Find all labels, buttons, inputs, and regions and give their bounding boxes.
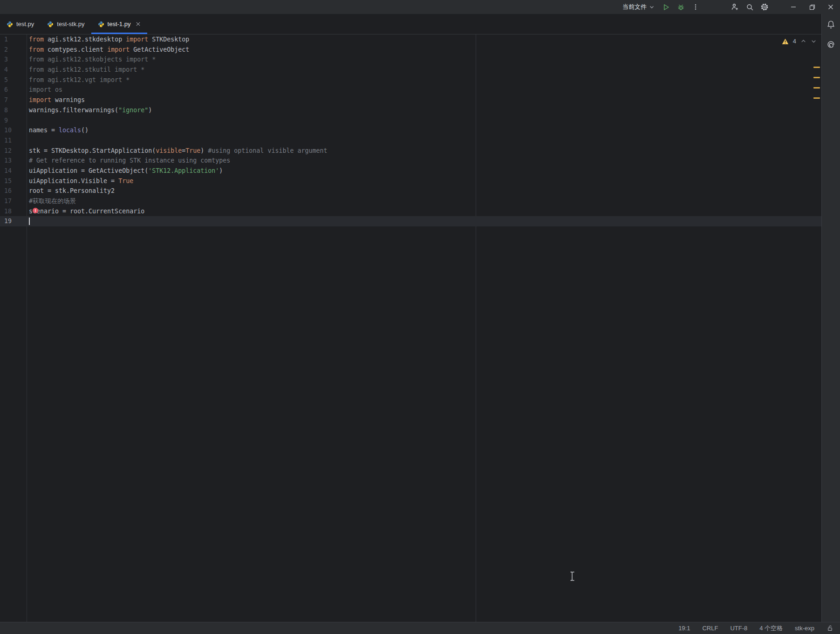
tab-test-py[interactable]: test.py <box>0 14 41 34</box>
file-writable-toggle[interactable] <box>826 625 833 632</box>
line-separator-widget[interactable]: CRLF <box>702 625 718 632</box>
mouse-ibeam-cursor <box>569 571 575 581</box>
code-with-me-button[interactable] <box>727 0 742 14</box>
window-title-bar: 当前文件 <box>0 0 840 14</box>
line-number: 15 <box>0 176 27 186</box>
tab-test-1-py[interactable]: test-1.py <box>91 14 148 34</box>
tab-close-button[interactable] <box>136 21 141 27</box>
tab-test-stk-py[interactable]: test-stk.py <box>41 14 91 34</box>
line-number: 16 <box>0 186 27 196</box>
line-number: 17 <box>0 196 27 206</box>
right-tool-window-strip <box>821 14 840 622</box>
inspections-widget[interactable]: 4 <box>782 38 817 45</box>
code-line[interactable]: 12stk = STKDesktop.StartApplication(visi… <box>0 146 821 156</box>
notifications-button[interactable] <box>826 20 835 30</box>
previous-problem-icon[interactable] <box>800 38 806 44</box>
code-line[interactable]: 10names = locals() <box>0 125 821 136</box>
code-text: # Get reference to running STK instance … <box>27 156 230 166</box>
warning-stripe-mark[interactable] <box>813 77 820 78</box>
code-text: import warnings <box>27 95 85 105</box>
code-line[interactable]: 4from agi.stk12.stkutil import * <box>0 65 821 75</box>
code-line[interactable]: 7import warnings <box>0 95 821 105</box>
gear-icon <box>760 3 769 11</box>
line-number: 6 <box>0 85 27 95</box>
code-text: from agi.stk12.stkutil import * <box>27 65 144 75</box>
code-line[interactable]: 9 <box>0 116 821 126</box>
close-icon <box>828 4 833 10</box>
line-number: 2 <box>0 45 27 55</box>
code-text <box>27 216 30 226</box>
code-line[interactable]: 8warnings.filterwarnings("ignore") <box>0 105 821 116</box>
debug-button[interactable] <box>673 0 688 14</box>
code-line[interactable]: 19 <box>0 216 821 226</box>
tab-label: test-1.py <box>108 20 131 27</box>
line-number: 19 <box>0 216 27 226</box>
warning-stripe-mark[interactable] <box>813 87 820 89</box>
code-line[interactable]: 2from comtypes.client import GetActiveOb… <box>0 45 821 55</box>
python-file-icon <box>7 21 13 27</box>
line-number: 4 <box>0 65 27 75</box>
play-icon <box>662 3 670 11</box>
next-problem-icon[interactable] <box>811 38 817 44</box>
more-actions-button[interactable] <box>688 0 703 14</box>
line-number: 11 <box>0 136 27 146</box>
code-text: uiApplication = GetActiveObject('STK12.A… <box>27 166 223 176</box>
line-number: 18 <box>0 206 27 217</box>
code-line[interactable]: 11 <box>0 136 821 146</box>
settings-button[interactable] <box>757 0 772 14</box>
line-number: 7 <box>0 95 27 105</box>
run-button[interactable] <box>658 0 673 14</box>
line-number: 13 <box>0 156 27 166</box>
code-lines: 1from agi.stk12.stkdesktop import STKDes… <box>0 34 821 226</box>
encoding-widget[interactable]: UTF-8 <box>730 625 747 632</box>
bug-icon <box>677 3 685 11</box>
restore-button[interactable] <box>803 0 821 14</box>
search-icon <box>746 3 754 11</box>
line-number: 3 <box>0 55 27 65</box>
python-file-icon <box>98 21 104 27</box>
code-line[interactable]: 13# Get reference to running STK instanc… <box>0 156 821 166</box>
code-line[interactable]: 15uiApplication.Visible = True <box>0 176 821 186</box>
tab-label: test-stk.py <box>57 20 84 27</box>
status-bar: 19:1 CRLF UTF-8 4 个空格 stk-exp <box>0 622 840 634</box>
editor-tab-bar: test.py test-stk.py test <box>0 14 821 34</box>
ai-assistant-button[interactable] <box>826 40 835 49</box>
code-text <box>27 136 29 146</box>
warning-count: 4 <box>793 38 796 45</box>
code-text: names = locals() <box>27 125 89 136</box>
kebab-menu-icon <box>692 4 699 10</box>
code-line[interactable]: 5from agi.stk12.vgt import * <box>0 75 821 85</box>
code-line[interactable]: 18scenario = root.CurrentScenario <box>0 206 821 217</box>
code-text: from comtypes.client import GetActiveObj… <box>27 45 189 55</box>
error-badge-icon <box>33 208 38 213</box>
code-line[interactable]: 17#获取现在的场景 <box>0 196 821 206</box>
search-everywhere-button[interactable] <box>742 0 757 14</box>
code-text: from agi.stk12.stkdesktop import STKDesk… <box>27 34 189 45</box>
code-line[interactable]: 14uiApplication = GetActiveObject('STK12… <box>0 166 821 176</box>
code-text: from agi.stk12.vgt import * <box>27 75 130 85</box>
minimize-button[interactable] <box>784 0 803 14</box>
line-number: 9 <box>0 116 27 126</box>
line-number: 14 <box>0 166 27 176</box>
warning-triangle-icon <box>782 38 789 45</box>
caret-position-widget[interactable]: 19:1 <box>678 625 690 632</box>
indent-widget[interactable]: 4 个空格 <box>759 624 783 633</box>
python-file-icon <box>47 21 54 27</box>
warning-stripe-mark[interactable] <box>813 67 820 68</box>
code-text: import os <box>27 85 62 95</box>
interpreter-widget[interactable]: stk-exp <box>795 625 814 632</box>
code-line[interactable]: 1from agi.stk12.stkdesktop import STKDes… <box>0 34 821 45</box>
warning-stripe-mark[interactable] <box>813 97 820 99</box>
code-line[interactable]: 6import os <box>0 85 821 95</box>
code-text: scenario = root.CurrentScenario <box>27 206 144 217</box>
code-line[interactable]: 3from agi.stk12.stkobjects import * <box>0 55 821 65</box>
line-number: 10 <box>0 125 27 136</box>
line-number: 12 <box>0 146 27 156</box>
code-text: root = stk.Personality2 <box>27 186 115 196</box>
add-user-icon <box>731 3 739 11</box>
run-configuration-selector[interactable]: 当前文件 <box>619 0 658 14</box>
code-line[interactable]: 16root = stk.Personality2 <box>0 186 821 196</box>
close-window-button[interactable] <box>821 0 840 14</box>
code-editor[interactable]: 1from agi.stk12.stkdesktop import STKDes… <box>0 34 821 622</box>
chevron-down-icon <box>649 4 655 10</box>
